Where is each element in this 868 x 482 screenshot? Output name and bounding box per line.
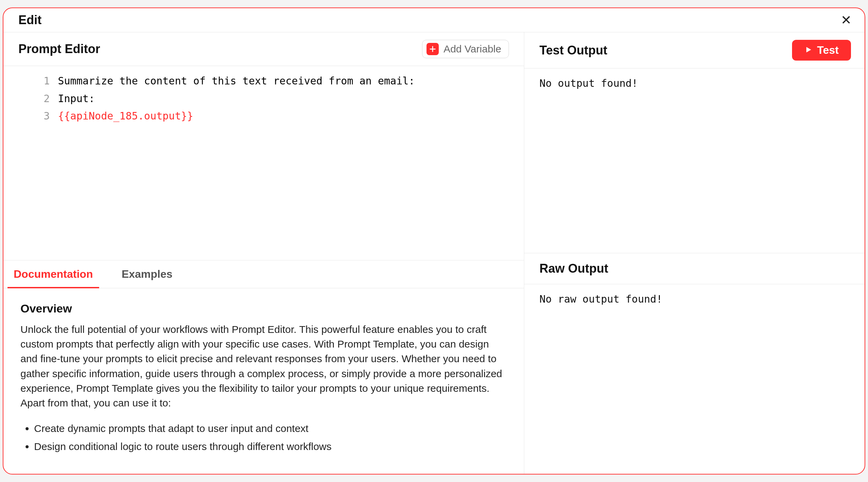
- edit-modal: Edit ✕ Prompt Editor Add Variable 1Summa…: [3, 7, 865, 475]
- prompt-code-editor[interactable]: 1Summarize the content of this text rece…: [3, 66, 524, 260]
- test-output-header: Test Output Test: [524, 32, 865, 68]
- modal-title: Edit: [18, 13, 42, 27]
- line-number: 1: [3, 72, 58, 90]
- add-variable-label: Add Variable: [444, 43, 501, 55]
- line-number: 3: [3, 107, 58, 125]
- play-icon: [804, 44, 812, 57]
- test-button-label: Test: [817, 44, 839, 57]
- documentation-pane[interactable]: Overview Unlock the full potential of yo…: [3, 288, 524, 474]
- line-number: 2: [3, 90, 58, 108]
- svg-marker-2: [806, 47, 811, 52]
- raw-output-header: Raw Output: [524, 253, 865, 284]
- prompt-editor-header: Prompt Editor Add Variable: [3, 32, 524, 66]
- test-output-title: Test Output: [539, 43, 607, 58]
- close-icon: ✕: [841, 13, 852, 27]
- tab-examples[interactable]: Examples: [119, 260, 175, 288]
- raw-output-section: Raw Output No raw output found!: [524, 253, 865, 474]
- code-text[interactable]: Input:: [58, 90, 524, 108]
- tab-documentation[interactable]: Documentation: [11, 260, 96, 288]
- code-line[interactable]: 2Input:: [3, 90, 524, 108]
- modal-header: Edit ✕: [3, 8, 865, 32]
- test-output-body: No output found!: [524, 68, 865, 253]
- plus-icon: [427, 43, 439, 55]
- test-output-section: Test Output Test No output found!: [524, 32, 865, 253]
- doc-paragraph: Unlock the full potential of your workfl…: [20, 322, 505, 410]
- doc-bullet: Design conditional logic to route users …: [34, 438, 505, 456]
- doc-bullet: Create dynamic prompts that adapt to use…: [34, 420, 505, 438]
- close-button[interactable]: ✕: [841, 14, 852, 27]
- raw-output-title: Raw Output: [539, 261, 850, 276]
- add-variable-button[interactable]: Add Variable: [422, 40, 509, 58]
- code-text[interactable]: Summarize the content of this text recei…: [58, 72, 524, 90]
- prompt-editor-title: Prompt Editor: [18, 42, 100, 56]
- doc-tabs: Documentation Examples: [3, 260, 524, 288]
- code-line[interactable]: 3{{apiNode_185.output}}: [3, 107, 524, 125]
- code-line[interactable]: 1Summarize the content of this text rece…: [3, 72, 524, 90]
- doc-bullet-list: Create dynamic prompts that adapt to use…: [20, 420, 505, 455]
- raw-output-body: No raw output found!: [524, 284, 865, 474]
- right-column: Test Output Test No output found! Raw Ou…: [524, 32, 865, 474]
- modal-body: Prompt Editor Add Variable 1Summarize th…: [3, 32, 865, 474]
- variable-token[interactable]: {{apiNode_185.output}}: [58, 107, 524, 125]
- left-column: Prompt Editor Add Variable 1Summarize th…: [3, 32, 524, 474]
- test-button[interactable]: Test: [792, 40, 851, 61]
- doc-heading: Overview: [20, 302, 505, 315]
